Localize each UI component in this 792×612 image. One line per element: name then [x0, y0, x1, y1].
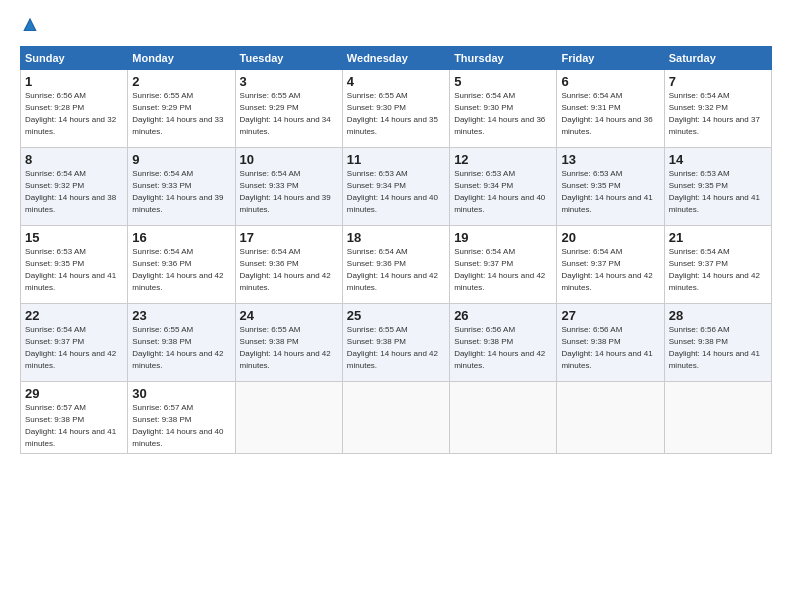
day-info: Sunrise: 6:54 AMSunset: 9:36 PMDaylight:…	[347, 246, 445, 294]
day-number: 3	[240, 74, 338, 89]
day-info: Sunrise: 6:54 AMSunset: 9:37 PMDaylight:…	[454, 246, 552, 294]
day-info: Sunrise: 6:55 AMSunset: 9:29 PMDaylight:…	[240, 90, 338, 138]
day-info: Sunrise: 6:54 AMSunset: 9:30 PMDaylight:…	[454, 90, 552, 138]
day-info: Sunrise: 6:53 AMSunset: 9:35 PMDaylight:…	[561, 168, 659, 216]
day-number: 19	[454, 230, 552, 245]
day-number: 26	[454, 308, 552, 323]
calendar-cell	[342, 382, 449, 454]
calendar-cell: 28Sunrise: 6:56 AMSunset: 9:38 PMDayligh…	[664, 304, 771, 382]
day-info: Sunrise: 6:54 AMSunset: 9:32 PMDaylight:…	[669, 90, 767, 138]
calendar-cell: 22Sunrise: 6:54 AMSunset: 9:37 PMDayligh…	[21, 304, 128, 382]
calendar-cell: 1Sunrise: 6:56 AMSunset: 9:28 PMDaylight…	[21, 70, 128, 148]
calendar-cell	[235, 382, 342, 454]
calendar-cell: 30Sunrise: 6:57 AMSunset: 9:38 PMDayligh…	[128, 382, 235, 454]
day-info: Sunrise: 6:53 AMSunset: 9:34 PMDaylight:…	[347, 168, 445, 216]
day-info: Sunrise: 6:55 AMSunset: 9:38 PMDaylight:…	[132, 324, 230, 372]
weekday-header-row: SundayMondayTuesdayWednesdayThursdayFrid…	[21, 47, 772, 70]
day-number: 27	[561, 308, 659, 323]
day-number: 30	[132, 386, 230, 401]
day-info: Sunrise: 6:55 AMSunset: 9:38 PMDaylight:…	[347, 324, 445, 372]
day-info: Sunrise: 6:53 AMSunset: 9:35 PMDaylight:…	[669, 168, 767, 216]
week-row-5: 29Sunrise: 6:57 AMSunset: 9:38 PMDayligh…	[21, 382, 772, 454]
day-number: 7	[669, 74, 767, 89]
day-number: 1	[25, 74, 123, 89]
weekday-header-tuesday: Tuesday	[235, 47, 342, 70]
week-row-1: 1Sunrise: 6:56 AMSunset: 9:28 PMDaylight…	[21, 70, 772, 148]
day-number: 12	[454, 152, 552, 167]
calendar-cell	[450, 382, 557, 454]
day-number: 8	[25, 152, 123, 167]
weekday-header-wednesday: Wednesday	[342, 47, 449, 70]
day-number: 21	[669, 230, 767, 245]
day-info: Sunrise: 6:55 AMSunset: 9:38 PMDaylight:…	[240, 324, 338, 372]
logo	[20, 16, 44, 36]
day-info: Sunrise: 6:56 AMSunset: 9:28 PMDaylight:…	[25, 90, 123, 138]
day-number: 6	[561, 74, 659, 89]
calendar-cell: 12Sunrise: 6:53 AMSunset: 9:34 PMDayligh…	[450, 148, 557, 226]
day-number: 22	[25, 308, 123, 323]
calendar-cell: 26Sunrise: 6:56 AMSunset: 9:38 PMDayligh…	[450, 304, 557, 382]
day-info: Sunrise: 6:53 AMSunset: 9:34 PMDaylight:…	[454, 168, 552, 216]
calendar-cell: 23Sunrise: 6:55 AMSunset: 9:38 PMDayligh…	[128, 304, 235, 382]
day-info: Sunrise: 6:56 AMSunset: 9:38 PMDaylight:…	[669, 324, 767, 372]
calendar-cell: 10Sunrise: 6:54 AMSunset: 9:33 PMDayligh…	[235, 148, 342, 226]
week-row-4: 22Sunrise: 6:54 AMSunset: 9:37 PMDayligh…	[21, 304, 772, 382]
calendar-cell: 25Sunrise: 6:55 AMSunset: 9:38 PMDayligh…	[342, 304, 449, 382]
day-number: 20	[561, 230, 659, 245]
day-number: 23	[132, 308, 230, 323]
calendar-cell: 24Sunrise: 6:55 AMSunset: 9:38 PMDayligh…	[235, 304, 342, 382]
calendar-page: SundayMondayTuesdayWednesdayThursdayFrid…	[0, 0, 792, 612]
calendar-cell: 18Sunrise: 6:54 AMSunset: 9:36 PMDayligh…	[342, 226, 449, 304]
calendar-cell: 13Sunrise: 6:53 AMSunset: 9:35 PMDayligh…	[557, 148, 664, 226]
day-number: 29	[25, 386, 123, 401]
day-info: Sunrise: 6:54 AMSunset: 9:31 PMDaylight:…	[561, 90, 659, 138]
calendar-cell: 3Sunrise: 6:55 AMSunset: 9:29 PMDaylight…	[235, 70, 342, 148]
weekday-header-sunday: Sunday	[21, 47, 128, 70]
day-info: Sunrise: 6:57 AMSunset: 9:38 PMDaylight:…	[25, 402, 123, 450]
calendar-cell: 11Sunrise: 6:53 AMSunset: 9:34 PMDayligh…	[342, 148, 449, 226]
calendar-cell: 8Sunrise: 6:54 AMSunset: 9:32 PMDaylight…	[21, 148, 128, 226]
week-row-2: 8Sunrise: 6:54 AMSunset: 9:32 PMDaylight…	[21, 148, 772, 226]
calendar-cell: 9Sunrise: 6:54 AMSunset: 9:33 PMDaylight…	[128, 148, 235, 226]
day-info: Sunrise: 6:54 AMSunset: 9:33 PMDaylight:…	[132, 168, 230, 216]
day-number: 24	[240, 308, 338, 323]
day-info: Sunrise: 6:57 AMSunset: 9:38 PMDaylight:…	[132, 402, 230, 450]
calendar-cell: 29Sunrise: 6:57 AMSunset: 9:38 PMDayligh…	[21, 382, 128, 454]
day-number: 16	[132, 230, 230, 245]
day-info: Sunrise: 6:54 AMSunset: 9:37 PMDaylight:…	[561, 246, 659, 294]
weekday-header-saturday: Saturday	[664, 47, 771, 70]
day-info: Sunrise: 6:56 AMSunset: 9:38 PMDaylight:…	[561, 324, 659, 372]
day-info: Sunrise: 6:55 AMSunset: 9:29 PMDaylight:…	[132, 90, 230, 138]
calendar-cell: 21Sunrise: 6:54 AMSunset: 9:37 PMDayligh…	[664, 226, 771, 304]
day-number: 10	[240, 152, 338, 167]
day-info: Sunrise: 6:54 AMSunset: 9:33 PMDaylight:…	[240, 168, 338, 216]
day-info: Sunrise: 6:54 AMSunset: 9:37 PMDaylight:…	[25, 324, 123, 372]
weekday-header-monday: Monday	[128, 47, 235, 70]
day-info: Sunrise: 6:54 AMSunset: 9:36 PMDaylight:…	[132, 246, 230, 294]
calendar-cell	[664, 382, 771, 454]
day-number: 25	[347, 308, 445, 323]
header	[20, 16, 772, 36]
calendar-cell	[557, 382, 664, 454]
calendar-cell: 2Sunrise: 6:55 AMSunset: 9:29 PMDaylight…	[128, 70, 235, 148]
day-number: 18	[347, 230, 445, 245]
weekday-header-friday: Friday	[557, 47, 664, 70]
calendar-cell: 14Sunrise: 6:53 AMSunset: 9:35 PMDayligh…	[664, 148, 771, 226]
calendar-cell: 17Sunrise: 6:54 AMSunset: 9:36 PMDayligh…	[235, 226, 342, 304]
day-number: 15	[25, 230, 123, 245]
calendar-cell: 15Sunrise: 6:53 AMSunset: 9:35 PMDayligh…	[21, 226, 128, 304]
day-number: 2	[132, 74, 230, 89]
day-info: Sunrise: 6:54 AMSunset: 9:36 PMDaylight:…	[240, 246, 338, 294]
weekday-header-thursday: Thursday	[450, 47, 557, 70]
day-number: 14	[669, 152, 767, 167]
day-info: Sunrise: 6:54 AMSunset: 9:32 PMDaylight:…	[25, 168, 123, 216]
calendar-cell: 5Sunrise: 6:54 AMSunset: 9:30 PMDaylight…	[450, 70, 557, 148]
calendar-cell: 6Sunrise: 6:54 AMSunset: 9:31 PMDaylight…	[557, 70, 664, 148]
week-row-3: 15Sunrise: 6:53 AMSunset: 9:35 PMDayligh…	[21, 226, 772, 304]
day-number: 28	[669, 308, 767, 323]
day-info: Sunrise: 6:53 AMSunset: 9:35 PMDaylight:…	[25, 246, 123, 294]
calendar-cell: 7Sunrise: 6:54 AMSunset: 9:32 PMDaylight…	[664, 70, 771, 148]
day-number: 9	[132, 152, 230, 167]
calendar-cell: 4Sunrise: 6:55 AMSunset: 9:30 PMDaylight…	[342, 70, 449, 148]
day-number: 11	[347, 152, 445, 167]
